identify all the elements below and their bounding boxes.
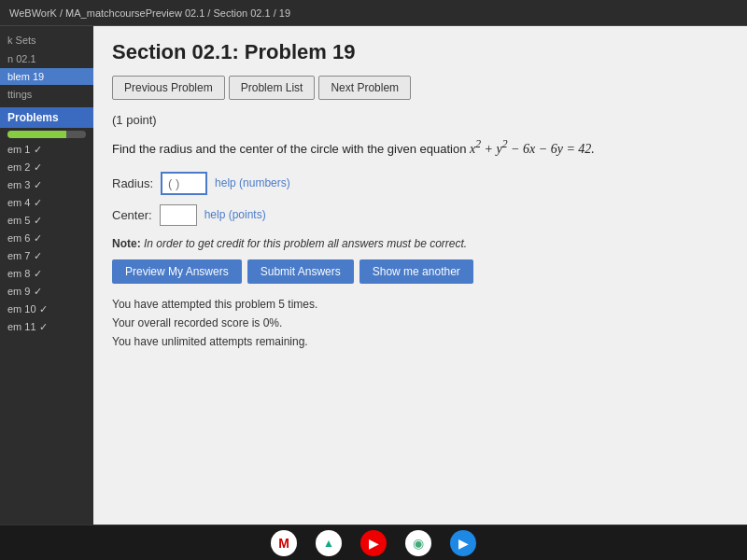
list-item[interactable]: em 10 ✓ bbox=[0, 301, 93, 318]
sidebar-item-active[interactable]: blem 19 bbox=[0, 68, 93, 85]
attempt-line-3: You have unlimited attempts remaining. bbox=[112, 332, 728, 351]
center-label: Center: bbox=[112, 208, 152, 222]
attempt-line-1: You have attempted this problem 5 times. bbox=[112, 295, 728, 314]
gmail-icon[interactable]: M bbox=[271, 530, 297, 556]
note-text: Note: In order to get credit for this pr… bbox=[112, 237, 728, 250]
sidebar-problems-heading: Problems bbox=[0, 107, 93, 128]
center-help-link[interactable]: help (points) bbox=[204, 208, 266, 221]
main-layout: k Sets n 02.1 blem 19 ttings Problems em… bbox=[0, 26, 747, 525]
list-item[interactable]: em 9 ✓ bbox=[0, 283, 93, 301]
radius-label: Radius: bbox=[112, 176, 153, 190]
radius-row: Radius: help (numbers) bbox=[112, 172, 728, 195]
action-buttons: Preview My Answers Submit Answers Show m… bbox=[112, 259, 728, 284]
radius-input[interactable] bbox=[161, 172, 207, 195]
breadcrumb: WeBWorK / MA_matchcoursePreview 02.1 / S… bbox=[9, 7, 290, 19]
page-title: Section 02.1: Problem 19 bbox=[112, 40, 728, 64]
radius-help-link[interactable]: help (numbers) bbox=[215, 176, 290, 189]
sidebar-on[interactable]: n 02.1 bbox=[0, 49, 93, 68]
top-bar: WeBWorK / MA_matchcoursePreview 02.1 / S… bbox=[0, 0, 747, 26]
youtube-icon[interactable]: ▶ bbox=[360, 530, 387, 556]
list-item[interactable]: em 5 ✓ bbox=[0, 212, 93, 230]
list-item[interactable]: em 3 ✓ bbox=[0, 176, 93, 194]
sidebar-sets[interactable]: k Sets bbox=[0, 31, 93, 49]
sidebar-settings[interactable]: ttings bbox=[0, 85, 93, 104]
chrome-icon[interactable]: ◉ bbox=[405, 530, 431, 556]
problem-description: Find the radius and the center of the ci… bbox=[112, 142, 466, 156]
progress-bar-container bbox=[0, 128, 93, 141]
list-item[interactable]: em 7 ✓ bbox=[0, 247, 93, 265]
problem-list-button[interactable]: Problem List bbox=[229, 76, 316, 100]
list-item[interactable]: em 11 ✓ bbox=[0, 318, 93, 336]
play-store-icon[interactable]: ▶ bbox=[450, 530, 476, 556]
next-problem-button[interactable]: Next Problem bbox=[318, 76, 411, 100]
sidebar: k Sets n 02.1 blem 19 ttings Problems em… bbox=[0, 26, 93, 525]
list-item[interactable]: em 1 ✓ bbox=[0, 141, 93, 159]
center-input[interactable] bbox=[160, 204, 197, 226]
list-item[interactable]: em 4 ✓ bbox=[0, 194, 93, 212]
point-label: (1 point) bbox=[112, 113, 728, 127]
progress-bar-bg bbox=[7, 131, 86, 138]
math-equation: x2 + y2 − 6x − 6y = 42. bbox=[470, 142, 595, 156]
submit-button[interactable]: Submit Answers bbox=[247, 259, 354, 284]
list-item[interactable]: em 8 ✓ bbox=[0, 265, 93, 283]
list-item[interactable]: em 2 ✓ bbox=[0, 159, 93, 176]
drive-icon[interactable]: ▲ bbox=[316, 530, 342, 556]
previous-problem-button[interactable]: Previous Problem bbox=[112, 76, 225, 100]
note-description: In order to get credit for this problem … bbox=[144, 237, 467, 250]
content-area: Section 02.1: Problem 19 Previous Proble… bbox=[93, 26, 747, 525]
attempt-line-2: Your overall recorded score is 0%. bbox=[112, 314, 728, 332]
nav-buttons: Previous Problem Problem List Next Probl… bbox=[112, 76, 728, 100]
taskbar: M ▲ ▶ ◉ ▶ bbox=[0, 525, 747, 560]
progress-bar-fill bbox=[7, 131, 66, 138]
show-another-button[interactable]: Show me another bbox=[359, 259, 473, 284]
sidebar-items: em 1 ✓em 2 ✓em 3 ✓em 4 ✓em 5 ✓em 6 ✓em 7… bbox=[0, 141, 93, 336]
list-item[interactable]: em 6 ✓ bbox=[0, 230, 93, 247]
problem-text: Find the radius and the center of the ci… bbox=[112, 136, 728, 159]
attempt-info: You have attempted this problem 5 times.… bbox=[112, 295, 728, 352]
preview-button[interactable]: Preview My Answers bbox=[112, 259, 242, 284]
center-row: Center: help (points) bbox=[112, 204, 728, 226]
